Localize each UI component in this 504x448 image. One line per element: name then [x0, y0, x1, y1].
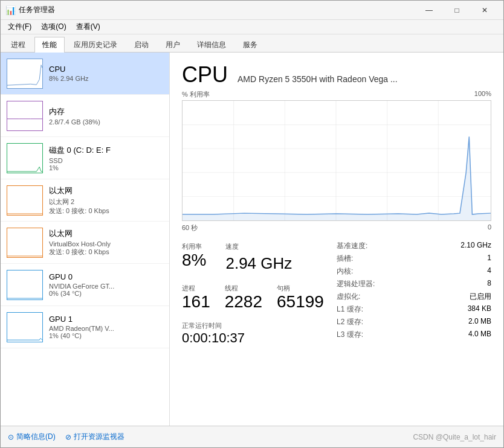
- tab-startup[interactable]: 启动: [126, 37, 157, 53]
- eth1-thumbnail: [7, 185, 43, 216]
- detail-header: CPU AMD Ryzen 5 3550H with Radeon Vega .…: [182, 62, 491, 88]
- virt-value: 已启用: [470, 292, 491, 302]
- right-stat-logical: 逻辑处理器: 8: [337, 278, 491, 290]
- disk-thumbnail: [7, 143, 43, 173]
- menu-file[interactable]: 文件(F): [3, 21, 36, 33]
- base-speed-value: 2.10 GHz: [460, 241, 491, 251]
- virt-label: 虚拟化:: [337, 292, 385, 302]
- disk-name: 磁盘 0 (C: D: E: F: [49, 145, 163, 156]
- eth1-sub1: 以太网 2: [49, 197, 163, 206]
- logical-label: 逻辑处理器:: [337, 279, 385, 289]
- cpu-sub: 8% 2.94 GHz: [49, 75, 163, 82]
- monitor-icon: ⊘: [65, 433, 71, 441]
- handle-label: 句柄: [277, 284, 324, 293]
- maximize-button[interactable]: □: [443, 1, 471, 20]
- uptime-value: 0:00:10:37: [182, 330, 337, 346]
- process-value: 161: [182, 293, 210, 312]
- detail-title: CPU: [182, 62, 228, 88]
- sidebar-item-cpu[interactable]: CPU 8% 2.94 GHz: [1, 53, 169, 95]
- utilization-value: 8%: [182, 251, 206, 270]
- right-stat-l3: L3 缓存: 4.0 MB: [337, 328, 491, 341]
- chart-top-labels: % 利用率 100%: [182, 90, 491, 99]
- right-stat-socket: 插槽: 1: [337, 252, 491, 265]
- process-label: 进程: [182, 284, 210, 293]
- core-label: 内核:: [337, 266, 385, 277]
- mem-info: 内存 2.8/7.4 GB (38%): [49, 106, 163, 126]
- cpu-info: CPU 8% 2.94 GHz: [49, 65, 163, 82]
- l2-label: L2 缓存:: [337, 317, 385, 327]
- stat-thread: 线程 2282: [225, 281, 262, 314]
- sidebar: CPU 8% 2.94 GHz 内存 2.8/7.4 GB (38%): [1, 53, 170, 426]
- svg-marker-9: [183, 136, 491, 220]
- eth2-thumbnail: [7, 228, 43, 258]
- right-stat-virt: 虚拟化: 已启用: [337, 290, 491, 303]
- bottom-left-controls: ⊙ 简略信息(D) ⊘ 打开资源监视器: [8, 432, 124, 442]
- minimize-button[interactable]: —: [415, 1, 443, 20]
- summary-info-button[interactable]: ⊙ 简略信息(D): [8, 432, 56, 442]
- gpu1-info: GPU 1 AMD Radeon(TM) V... 1% (40 °C): [49, 315, 163, 339]
- menu-view[interactable]: 查看(V): [71, 21, 105, 33]
- right-stat-l2: L2 缓存: 2.0 MB: [337, 316, 491, 328]
- stat-uptime: 正常运行时间 0:00:10:37: [182, 319, 337, 348]
- monitor-label: 打开资源监视器: [74, 432, 124, 442]
- uptime-label: 正常运行时间: [182, 321, 337, 330]
- socket-label: 插槽:: [337, 254, 385, 264]
- gpu1-sub2: 1% (40 °C): [49, 332, 163, 339]
- l1-value: 384 KB: [468, 304, 491, 315]
- eth2-sub2: 发送: 0 接收: 0 Kbps: [49, 248, 163, 257]
- sidebar-item-gpu1[interactable]: GPU 1 AMD Radeon(TM) V... 1% (40 °C): [1, 306, 169, 348]
- cpu-chart: [182, 100, 491, 221]
- eth1-name: 以太网: [49, 185, 163, 196]
- tab-process[interactable]: 进程: [3, 37, 33, 53]
- sidebar-item-eth1[interactable]: 以太网 以太网 2 发送: 0 接收: 0 Kbps: [1, 179, 169, 222]
- stats-right: 基准速度: 2.10 GHz 插槽: 1 内核: 4 逻辑处理器: 8: [337, 240, 491, 348]
- tab-services[interactable]: 服务: [235, 37, 265, 53]
- tab-details[interactable]: 详细信息: [189, 37, 234, 53]
- stats-left: 利用率 8% 速度 2.94 GHz 进程 161: [182, 240, 337, 348]
- menu-options[interactable]: 选项(O): [36, 21, 71, 33]
- mem-sub: 2.8/7.4 GB (38%): [49, 118, 163, 126]
- eth1-info: 以太网 以太网 2 发送: 0 接收: 0 Kbps: [49, 185, 163, 216]
- chart-label-right: 100%: [474, 90, 491, 99]
- sidebar-item-disk[interactable]: 磁盘 0 (C: D: E: F SSD 1%: [1, 137, 169, 179]
- watermark: CSDN @Quite_a_lot_hair: [413, 433, 496, 441]
- socket-value: 1: [487, 254, 491, 264]
- disk-sub2: 1%: [49, 164, 163, 171]
- eth2-sub1: VirtualBox Host-Only: [49, 240, 163, 248]
- gpu1-sub1: AMD Radeon(TM) V...: [49, 325, 163, 332]
- l3-label: L3 缓存:: [337, 330, 385, 340]
- chart-time-labels: 60 秒 0: [182, 223, 491, 232]
- main-content: CPU 8% 2.94 GHz 内存 2.8/7.4 GB (38%): [1, 53, 503, 426]
- stat-handle: 句柄 65199: [277, 281, 324, 314]
- stat-speed: 速度 2.94 GHz: [225, 240, 292, 277]
- open-resource-monitor-button[interactable]: ⊘ 打开资源监视器: [65, 432, 124, 442]
- sidebar-item-gpu0[interactable]: GPU 0 NVIDIA GeForce GT... 0% (34 °C): [1, 264, 169, 306]
- gpu0-name: GPU 0: [49, 272, 163, 281]
- bottom-bar: ⊙ 简略信息(D) ⊘ 打开资源监视器 CSDN @Quite_a_lot_ha…: [1, 426, 503, 447]
- sidebar-item-eth2[interactable]: 以太网 VirtualBox Host-Only 发送: 0 接收: 0 Kbp…: [1, 222, 169, 264]
- close-button[interactable]: ✕: [471, 1, 499, 20]
- gpu0-info: GPU 0 NVIDIA GeForce GT... 0% (34 °C): [49, 272, 163, 297]
- title-bar: 📊 任务管理器 — □ ✕: [1, 1, 503, 20]
- gpu0-sub1: NVIDIA GeForce GT...: [49, 283, 163, 290]
- utilization-label: 利用率: [182, 242, 206, 251]
- menu-bar: 文件(F) 选项(O) 查看(V): [1, 20, 503, 34]
- thread-label: 线程: [225, 284, 262, 293]
- tab-app-history[interactable]: 应用历史记录: [66, 37, 125, 53]
- mem-name: 内存: [49, 106, 163, 117]
- sidebar-item-memory[interactable]: 内存 2.8/7.4 GB (38%): [1, 95, 169, 137]
- tab-bar: 进程 性能 应用历史记录 启动 用户 详细信息 服务: [1, 34, 503, 53]
- task-manager-window: 📊 任务管理器 — □ ✕ 文件(F) 选项(O) 查看(V) 进程 性能 应用…: [0, 0, 504, 448]
- mem-thumbnail: [7, 101, 43, 131]
- base-speed-label: 基准速度:: [337, 241, 385, 251]
- gpu1-name: GPU 1: [49, 315, 163, 324]
- logical-value: 8: [487, 279, 491, 289]
- tab-users[interactable]: 用户: [158, 37, 188, 53]
- l3-value: 4.0 MB: [468, 330, 491, 340]
- stats-section: 利用率 8% 速度 2.94 GHz 进程 161: [182, 240, 491, 348]
- gpu0-thumbnail: [7, 270, 43, 300]
- speed-value: 2.94 GHz: [225, 254, 292, 274]
- tab-performance[interactable]: 性能: [34, 37, 65, 53]
- app-icon: 📊: [5, 5, 15, 15]
- right-stat-core: 内核: 4: [337, 265, 491, 278]
